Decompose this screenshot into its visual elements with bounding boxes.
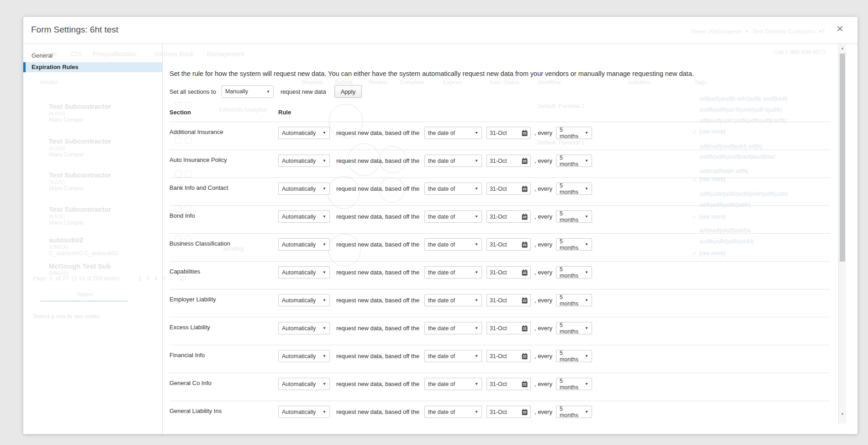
mode-dropdown[interactable]: Automatically ▼ bbox=[278, 155, 330, 167]
date-input[interactable]: 31-Oct bbox=[487, 127, 531, 139]
mode-dropdown[interactable]: Automatically ▼ bbox=[278, 294, 330, 306]
rule-row: Bank Info and Contact Automatically ▼ re… bbox=[169, 178, 830, 206]
interval-dropdown[interactable]: 5 months ▼ bbox=[556, 127, 592, 139]
apply-button[interactable]: Apply bbox=[334, 85, 362, 98]
chevron-down-icon: ▼ bbox=[585, 131, 588, 135]
mode-dropdown[interactable]: Automatically ▼ bbox=[278, 238, 330, 251]
basis-dropdown[interactable]: the date of ▼ bbox=[424, 350, 482, 362]
interval-dropdown[interactable]: 5 months ▼ bbox=[556, 322, 592, 334]
scroll-down-icon[interactable]: ▼ bbox=[839, 411, 846, 418]
basis-dropdown[interactable]: the date of ▼ bbox=[424, 266, 482, 279]
calendar-icon bbox=[522, 158, 528, 164]
rule-mid-text: request new data, based off the bbox=[336, 269, 419, 276]
date-input[interactable]: 31-Oct bbox=[487, 406, 531, 418]
interval-dropdown[interactable]: 5 months ▼ bbox=[556, 378, 592, 390]
chevron-down-icon: ▼ bbox=[323, 298, 326, 302]
date-input[interactable]: 31-Oct bbox=[487, 238, 531, 251]
section-label: General Liability Ins bbox=[169, 406, 278, 414]
basis-value: the date of bbox=[428, 325, 455, 332]
mode-value: Automatically bbox=[282, 325, 316, 332]
interval-dropdown[interactable]: 5 months ▼ bbox=[556, 155, 592, 167]
sidebar-item-expiration-rules[interactable]: Expiration Rules bbox=[23, 62, 162, 72]
basis-value: the date of bbox=[428, 269, 455, 276]
rule-row: Business Classification Automatically ▼ … bbox=[169, 234, 830, 262]
date-input[interactable]: 31-Oct bbox=[487, 210, 531, 223]
date-input[interactable]: 31-Oct bbox=[487, 350, 531, 362]
interval-value: 5 months bbox=[560, 127, 582, 139]
rule-mid-text: request new data, based off the bbox=[336, 381, 419, 387]
rule-row: Capabilities Automatically ▼ request new… bbox=[169, 262, 830, 290]
rule-row: General Liability Ins Automatically ▼ re… bbox=[169, 401, 830, 429]
date-value: 31-Oct bbox=[490, 214, 507, 220]
date-input[interactable]: 31-Oct bbox=[487, 182, 531, 195]
every-text: , every bbox=[535, 408, 552, 415]
bulk-rule-row: Set all sections to Manually ▼ request n… bbox=[169, 85, 830, 98]
interval-dropdown[interactable]: 5 months ▼ bbox=[556, 406, 592, 418]
date-input[interactable]: 31-Oct bbox=[487, 378, 531, 390]
interval-dropdown[interactable]: 5 months ▼ bbox=[556, 294, 592, 306]
basis-value: the date of bbox=[428, 381, 455, 387]
basis-dropdown[interactable]: the date of ▼ bbox=[424, 127, 482, 139]
basis-dropdown[interactable]: the date of ▼ bbox=[424, 238, 482, 251]
section-label: Bank Info and Contact bbox=[169, 182, 278, 191]
basis-dropdown[interactable]: the date of ▼ bbox=[424, 322, 482, 334]
date-value: 31-Oct bbox=[490, 353, 507, 359]
interval-dropdown[interactable]: 5 months ▼ bbox=[556, 266, 592, 279]
chevron-down-icon: ▼ bbox=[585, 326, 588, 330]
interval-dropdown[interactable]: 5 months ▼ bbox=[556, 210, 592, 223]
section-column-header: Section bbox=[169, 109, 278, 116]
basis-value: the date of bbox=[428, 214, 455, 220]
intro-text: Set the rule for how the system will req… bbox=[169, 70, 830, 77]
mode-dropdown[interactable]: Automatically ▼ bbox=[278, 406, 330, 418]
mode-dropdown[interactable]: Automatically ▼ bbox=[278, 210, 330, 223]
mode-dropdown[interactable]: Automatically ▼ bbox=[278, 350, 330, 362]
sidebar-item-general[interactable]: General bbox=[23, 50, 162, 61]
every-text: , every bbox=[535, 381, 552, 387]
chevron-down-icon: ▼ bbox=[585, 354, 588, 358]
rule-row: Bond Info Automatically ▼ request new da… bbox=[169, 206, 830, 234]
interval-dropdown[interactable]: 5 months ▼ bbox=[556, 238, 592, 251]
date-input[interactable]: 31-Oct bbox=[487, 266, 531, 279]
mode-value: Automatically bbox=[282, 214, 316, 220]
modal-scrollbar[interactable]: ▲ ▼ bbox=[838, 44, 846, 424]
chevron-down-icon: ▼ bbox=[475, 354, 478, 358]
calendar-icon bbox=[522, 381, 528, 387]
scroll-up-icon[interactable]: ▲ bbox=[839, 45, 846, 52]
date-input[interactable]: 31-Oct bbox=[487, 322, 531, 334]
calendar-icon bbox=[522, 241, 528, 248]
mode-dropdown[interactable]: Automatically ▼ bbox=[278, 378, 330, 390]
interval-value: 5 months bbox=[560, 406, 582, 418]
bulk-suffix-label: request new data bbox=[281, 88, 326, 95]
chevron-down-icon: ▼ bbox=[475, 242, 478, 247]
chevron-down-icon: ▼ bbox=[585, 270, 588, 274]
basis-dropdown[interactable]: the date of ▼ bbox=[424, 210, 482, 223]
set-all-sections-dropdown[interactable]: Manually ▼ bbox=[222, 86, 274, 98]
interval-dropdown[interactable]: 5 months ▼ bbox=[556, 350, 592, 362]
chevron-down-icon: ▼ bbox=[585, 410, 588, 414]
rule-mid-text: request new data, based off the bbox=[336, 241, 419, 248]
interval-dropdown[interactable]: 5 months ▼ bbox=[556, 182, 592, 195]
date-input[interactable]: 31-Oct bbox=[487, 155, 531, 167]
mode-dropdown[interactable]: Automatically ▼ bbox=[278, 266, 330, 279]
basis-dropdown[interactable]: the date of ▼ bbox=[424, 155, 482, 167]
close-icon[interactable]: ✕ bbox=[836, 24, 844, 33]
interval-value: 5 months bbox=[560, 182, 582, 195]
modal-title: Form Settings: 6ht test bbox=[31, 25, 118, 35]
interval-value: 5 months bbox=[560, 322, 582, 335]
mode-dropdown[interactable]: Automatically ▼ bbox=[278, 182, 330, 195]
chevron-down-icon: ▼ bbox=[585, 298, 588, 302]
calendar-icon bbox=[522, 214, 528, 220]
basis-dropdown[interactable]: the date of ▼ bbox=[424, 378, 482, 390]
date-input[interactable]: 31-Oct bbox=[487, 294, 531, 306]
interval-value: 5 months bbox=[560, 210, 582, 223]
scrollbar-thumb[interactable] bbox=[840, 54, 845, 262]
settings-sidebar: General Expiration Rules bbox=[23, 44, 163, 434]
basis-dropdown[interactable]: the date of ▼ bbox=[424, 182, 482, 195]
mode-dropdown[interactable]: Automatically ▼ bbox=[278, 322, 330, 334]
rule-row: Additional Insurance Automatically ▼ req… bbox=[169, 122, 830, 150]
every-text: , every bbox=[535, 325, 552, 332]
mode-dropdown[interactable]: Automatically ▼ bbox=[278, 127, 330, 139]
basis-dropdown[interactable]: the date of ▼ bbox=[424, 294, 482, 306]
basis-dropdown[interactable]: the date of ▼ bbox=[424, 406, 482, 418]
mode-value: Automatically bbox=[282, 353, 316, 359]
